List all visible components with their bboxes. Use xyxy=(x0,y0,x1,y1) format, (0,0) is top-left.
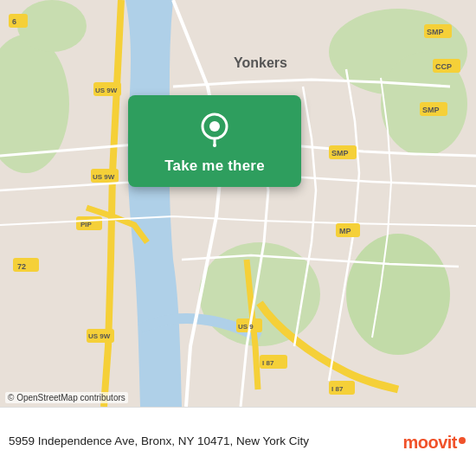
address-line: 5959 Independence Ave, Bronx, NY 10471, … xyxy=(9,430,466,454)
svg-text:Yonkers: Yonkers xyxy=(234,55,287,70)
address-text: 5959 Independence Ave, Bronx, NY 10471, … xyxy=(9,434,309,449)
map-attribution: © OpenStreetMap contributors xyxy=(5,392,128,403)
svg-text:SMP: SMP xyxy=(422,106,440,114)
svg-text:PIP: PIP xyxy=(80,221,93,228)
svg-text:MP: MP xyxy=(339,227,351,235)
svg-text:US 9W: US 9W xyxy=(95,87,118,94)
svg-text:US 9W: US 9W xyxy=(88,332,111,340)
svg-text:6: 6 xyxy=(12,17,16,26)
svg-point-37 xyxy=(209,121,220,132)
svg-text:US 9W: US 9W xyxy=(93,173,115,181)
svg-text:I 87: I 87 xyxy=(331,385,344,393)
svg-text:I 87: I 87 xyxy=(262,359,274,367)
moovit-logo: moovit xyxy=(402,430,466,454)
svg-text:72: 72 xyxy=(17,262,26,271)
svg-text:SMP: SMP xyxy=(331,149,349,158)
svg-point-5 xyxy=(346,234,450,355)
map-background: Yonkers US 9W US 9W US 9W PIP 72 I 87 I … xyxy=(0,0,476,407)
moovit-dot xyxy=(459,437,466,444)
svg-point-38 xyxy=(213,144,216,147)
svg-text:US 9: US 9 xyxy=(238,323,254,331)
svg-point-6 xyxy=(17,0,87,52)
svg-text:SMP: SMP xyxy=(427,28,444,36)
moovit-brand-text: moovit xyxy=(402,430,457,454)
map-container: Yonkers US 9W US 9W US 9W PIP 72 I 87 I … xyxy=(0,0,476,407)
map-pin-icon xyxy=(196,111,234,149)
bottom-bar: 5959 Independence Ave, Bronx, NY 10471, … xyxy=(0,407,476,476)
svg-text:CCP: CCP xyxy=(435,62,452,71)
location-card: Take me there xyxy=(128,95,301,187)
take-me-there-button[interactable]: Take me there xyxy=(164,158,265,175)
